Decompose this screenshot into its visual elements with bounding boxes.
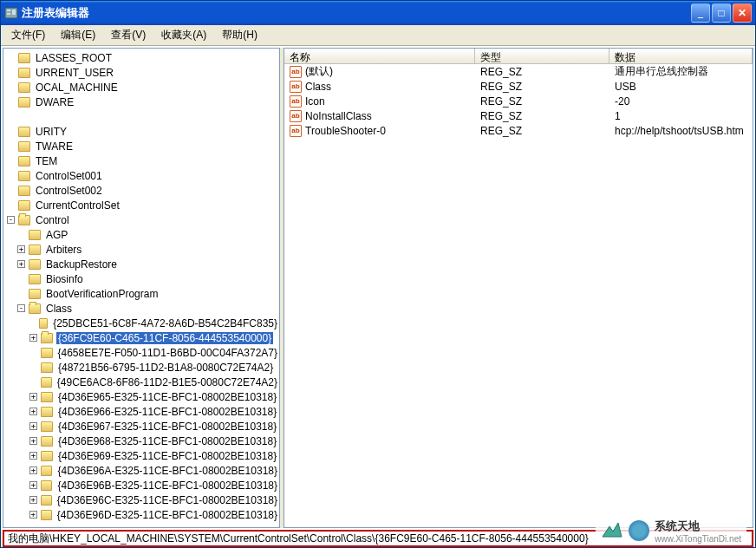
menu-view[interactable]: 查看(V) <box>104 25 153 45</box>
tree-label[interactable]: TWARE <box>34 140 75 153</box>
tree-node[interactable]: +{4D36E96C-E325-11CE-BFC1-08002BE10318} <box>3 493 279 507</box>
minimize-button[interactable]: _ <box>691 3 710 23</box>
tree-label[interactable]: {25DBCE51-6C8F-4A72-8A6D-B54C2B4FC835} <box>51 317 279 329</box>
tree-label[interactable]: Control <box>34 214 71 226</box>
value-row[interactable]: abNoInstallClassREG_SZ1 <box>284 108 753 123</box>
expand-icon[interactable]: + <box>29 422 37 430</box>
tree-label[interactable]: Arbiters <box>44 244 83 256</box>
tree-node[interactable]: {25DBCE51-6C8F-4A72-8A6D-B54C2B4FC835} <box>3 316 279 330</box>
tree-node[interactable]: Biosinfo <box>3 271 279 286</box>
expand-icon[interactable]: + <box>29 481 37 489</box>
tree-label[interactable]: {4D36E965-E325-11CE-BFC1-08002BE10318} <box>56 391 278 403</box>
expand-icon[interactable]: + <box>29 334 37 342</box>
tree-node[interactable]: +{4D36E96B-E325-11CE-BFC1-08002BE10318} <box>3 478 279 493</box>
tree-node[interactable]: -Class <box>3 301 279 316</box>
tree-node[interactable]: ControlSet001 <box>3 168 279 183</box>
col-data[interactable]: 数据 <box>609 49 753 63</box>
tree-label[interactable]: {4D36E96D-E325-11CE-BFC1-08002BE10318} <box>55 509 279 521</box>
tree-node[interactable]: +{4D36E968-E325-11CE-BFC1-08002BE10318} <box>3 434 279 448</box>
expander-blank <box>7 127 15 135</box>
expand-icon[interactable]: + <box>29 466 37 474</box>
col-type[interactable]: 类型 <box>475 49 609 63</box>
tree-node[interactable]: -Control <box>3 212 279 227</box>
col-name[interactable]: 名称 <box>284 49 475 63</box>
tree-node[interactable]: CurrentControlSet <box>3 198 279 212</box>
tree-node[interactable]: +{4D36E969-E325-11CE-BFC1-08002BE10318} <box>3 448 279 463</box>
folder-icon <box>41 510 52 520</box>
tree-node[interactable]: +{36FC9E60-C465-11CF-8056-444553540000} <box>3 330 279 345</box>
tree-label[interactable]: ControlSet001 <box>34 170 104 182</box>
value-row[interactable]: abIconREG_SZ-20 <box>284 94 753 108</box>
tree-node[interactable]: +BackupRestore <box>3 257 279 271</box>
menu-help[interactable]: 帮助(H) <box>215 25 264 45</box>
expand-icon[interactable]: + <box>17 245 25 253</box>
tree-label[interactable]: {36FC9E60-C465-11CF-8056-444553540000} <box>56 332 273 344</box>
tree-node[interactable]: +{4D36E967-E325-11CE-BFC1-08002BE10318} <box>3 419 279 434</box>
tree-label[interactable]: {4658EE7E-F050-11D1-B6BD-00C04FA372A7} <box>56 347 280 359</box>
tree-node[interactable]: URRENT_USER <box>3 65 279 80</box>
tree-node[interactable] <box>3 109 279 124</box>
tree-node[interactable]: TEM <box>3 153 279 168</box>
tree-label[interactable]: {4D36E96A-E325-11CE-BFC1-08002BE10318} <box>55 465 279 477</box>
tree-node[interactable]: {49CE6AC8-6F86-11D2-B1E5-0080C72E74A2} <box>3 375 279 389</box>
tree-label[interactable]: URRENT_USER <box>34 67 115 79</box>
menu-file[interactable]: 文件(F) <box>4 25 52 45</box>
expand-icon[interactable]: + <box>29 496 37 504</box>
tree-label[interactable]: BackupRestore <box>44 258 119 271</box>
tree-node[interactable]: +{4D36E966-E325-11CE-BFC1-08002BE10318} <box>3 404 279 419</box>
collapse-icon[interactable]: - <box>17 304 25 312</box>
tree-node[interactable]: +Arbiters <box>3 242 279 257</box>
tree-node[interactable]: {48721B56-6795-11D2-B1A8-0080C72E74A2} <box>3 360 279 375</box>
expand-icon[interactable]: + <box>29 437 37 445</box>
tree-label[interactable]: {4D36E967-E325-11CE-BFC1-08002BE10318} <box>56 421 278 433</box>
expand-icon[interactable]: + <box>29 408 37 415</box>
tree-label[interactable]: OCAL_MACHINE <box>34 82 120 94</box>
tree-node[interactable]: +{4D36E96A-E325-11CE-BFC1-08002BE10318} <box>3 463 279 478</box>
tree-node[interactable]: LASSES_ROOT <box>3 50 279 65</box>
tree-label[interactable]: {49CE6AC8-6F86-11D2-B1E5-0080C72E74A2} <box>55 376 279 388</box>
tree-node[interactable]: OCAL_MACHINE <box>3 80 279 95</box>
tree-node[interactable]: DWARE <box>3 95 279 109</box>
tree-label[interactable]: URITY <box>34 126 68 138</box>
tree-node[interactable]: {4658EE7E-F050-11D1-B6BD-00C04FA372A7} <box>3 345 279 360</box>
tree-label[interactable]: {4D36E966-E325-11CE-BFC1-08002BE10318} <box>56 406 278 418</box>
close-button[interactable]: ✕ <box>733 3 752 23</box>
collapse-icon[interactable]: - <box>7 216 15 224</box>
tree-label[interactable]: {4D36E96C-E325-11CE-BFC1-08002BE10318} <box>55 494 279 506</box>
value-row[interactable]: ab(默认)REG_SZ通用串行总线控制器 <box>284 64 753 79</box>
tree-label[interactable]: {4D36E96B-E325-11CE-BFC1-08002BE10318} <box>55 480 279 492</box>
tree-label[interactable]: ControlSet002 <box>34 185 104 197</box>
expand-icon[interactable]: + <box>17 260 25 268</box>
tree-label[interactable]: AGP <box>44 229 69 241</box>
titlebar[interactable]: 注册表编辑器 _ □ ✕ <box>1 1 755 25</box>
tree-label[interactable]: Biosinfo <box>44 273 85 285</box>
value-row[interactable]: abClassREG_SZUSB <box>284 79 753 94</box>
tree-label[interactable]: TEM <box>34 155 59 167</box>
tree-label[interactable]: Class <box>44 303 74 315</box>
tree-node[interactable]: +{4D36E96D-E325-11CE-BFC1-08002BE10318} <box>3 507 279 522</box>
expand-icon[interactable]: + <box>29 452 37 460</box>
app-icon <box>4 6 18 20</box>
tree-node[interactable]: TWARE <box>3 139 279 153</box>
tree-label[interactable]: {48721B56-6795-11D2-B1A8-0080C72E74A2} <box>56 362 275 374</box>
values-pane[interactable]: 名称 类型 数据 ab(默认)REG_SZ通用串行总线控制器abClassREG… <box>284 48 753 528</box>
tree-label[interactable]: CurrentControlSet <box>34 199 121 212</box>
folder-icon <box>18 215 30 225</box>
tree-pane[interactable]: LASSES_ROOTURRENT_USEROCAL_MACHINEDWAREU… <box>3 48 280 528</box>
tree-label[interactable]: LASSES_ROOT <box>34 52 114 64</box>
value-row[interactable]: abTroubleShooter-0REG_SZhcp://help/tshoo… <box>284 123 753 138</box>
tree-node[interactable]: AGP <box>3 227 279 242</box>
tree-node[interactable]: URITY <box>3 124 279 139</box>
tree-node[interactable]: BootVerificationProgram <box>3 286 279 301</box>
tree-node[interactable]: +{4D36E965-E325-11CE-BFC1-08002BE10318} <box>3 389 279 404</box>
tree-label[interactable]: {4D36E969-E325-11CE-BFC1-08002BE10318} <box>56 450 278 462</box>
tree-node[interactable]: ControlSet002 <box>3 183 279 198</box>
menu-favorites[interactable]: 收藏夹(A) <box>154 25 213 45</box>
tree-label[interactable]: BootVerificationProgram <box>44 288 160 300</box>
menu-edit[interactable]: 编辑(E) <box>54 25 102 45</box>
tree-label[interactable]: DWARE <box>34 96 75 108</box>
maximize-button[interactable]: □ <box>712 3 731 23</box>
tree-label[interactable]: {4D36E968-E325-11CE-BFC1-08002BE10318} <box>56 435 278 447</box>
expand-icon[interactable]: + <box>29 393 37 401</box>
expand-icon[interactable]: + <box>29 511 37 519</box>
